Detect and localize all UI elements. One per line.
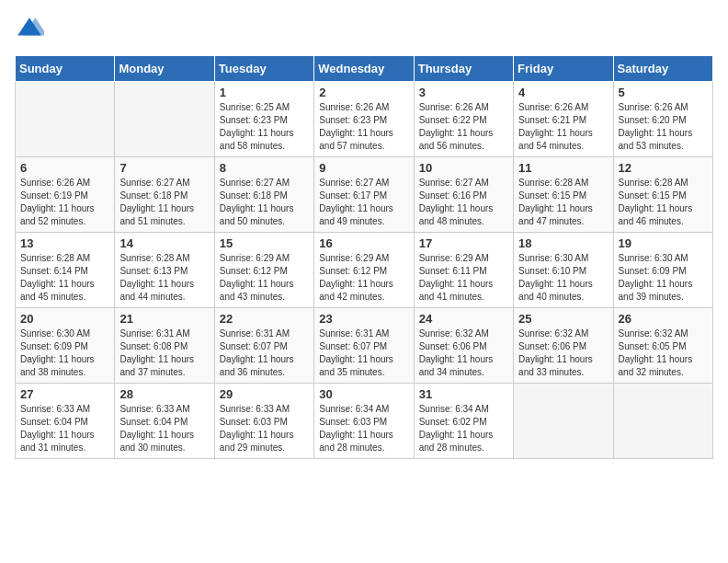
sunrise-label: Sunrise: 6:26 AM xyxy=(619,102,688,112)
daylight-label: Daylight: 11 hours and 37 minutes. xyxy=(119,354,194,377)
daylight-label: Daylight: 11 hours and 50 minutes. xyxy=(220,203,294,226)
calendar-cell: 2 Sunrise: 6:26 AM Sunset: 6:23 PM Dayli… xyxy=(314,82,414,157)
day-number: 19 xyxy=(619,236,708,250)
cell-info: Sunrise: 6:25 AM Sunset: 6:23 PM Dayligh… xyxy=(220,101,309,153)
cell-info: Sunrise: 6:28 AM Sunset: 6:14 PM Dayligh… xyxy=(20,252,109,304)
cell-info: Sunrise: 6:32 AM Sunset: 6:06 PM Dayligh… xyxy=(419,327,508,379)
sunrise-label: Sunrise: 6:29 AM xyxy=(220,253,290,263)
sunrise-label: Sunrise: 6:26 AM xyxy=(319,102,389,112)
sunset-label: Sunset: 6:03 PM xyxy=(220,417,288,427)
day-number: 29 xyxy=(220,387,309,401)
sunrise-label: Sunrise: 6:30 AM xyxy=(619,253,688,263)
day-number: 13 xyxy=(20,236,109,250)
daylight-label: Daylight: 11 hours and 40 minutes. xyxy=(518,279,593,302)
daylight-label: Daylight: 11 hours and 57 minutes. xyxy=(319,128,393,151)
sunrise-label: Sunrise: 6:32 AM xyxy=(518,328,588,339)
cell-info: Sunrise: 6:28 AM Sunset: 6:15 PM Dayligh… xyxy=(518,177,608,228)
day-number: 15 xyxy=(220,236,309,250)
sunset-label: Sunset: 6:09 PM xyxy=(20,341,88,351)
daylight-label: Daylight: 11 hours and 28 minutes. xyxy=(419,430,494,453)
cell-info: Sunrise: 6:30 AM Sunset: 6:09 PM Dayligh… xyxy=(619,252,708,304)
daylight-label: Daylight: 11 hours and 33 minutes. xyxy=(518,354,593,377)
cell-info: Sunrise: 6:28 AM Sunset: 6:15 PM Dayligh… xyxy=(619,177,708,228)
day-number: 25 xyxy=(518,312,608,326)
cell-info: Sunrise: 6:29 AM Sunset: 6:12 PM Dayligh… xyxy=(220,252,309,304)
sunset-label: Sunset: 6:14 PM xyxy=(20,266,88,276)
sunset-label: Sunset: 6:07 PM xyxy=(319,341,387,351)
cell-info: Sunrise: 6:32 AM Sunset: 6:05 PM Dayligh… xyxy=(619,327,708,379)
day-number: 24 xyxy=(419,312,508,326)
day-number: 28 xyxy=(119,387,209,401)
sunrise-label: Sunrise: 6:26 AM xyxy=(419,102,489,112)
day-header-sunday: Sunday xyxy=(16,56,115,82)
sunrise-label: Sunrise: 6:28 AM xyxy=(119,253,189,263)
cell-info: Sunrise: 6:26 AM Sunset: 6:19 PM Dayligh… xyxy=(20,177,109,228)
calendar-cell xyxy=(16,82,115,157)
sunset-label: Sunset: 6:11 PM xyxy=(419,266,487,276)
sunrise-label: Sunrise: 6:31 AM xyxy=(319,328,389,339)
cell-info: Sunrise: 6:32 AM Sunset: 6:06 PM Dayligh… xyxy=(518,327,608,379)
calendar-cell: 27 Sunrise: 6:33 AM Sunset: 6:04 PM Dayl… xyxy=(16,384,115,459)
day-header-tuesday: Tuesday xyxy=(214,56,313,82)
sunset-label: Sunset: 6:06 PM xyxy=(518,341,586,351)
sunset-label: Sunset: 6:12 PM xyxy=(220,266,288,276)
sunrise-label: Sunrise: 6:27 AM xyxy=(220,178,290,188)
sunset-label: Sunset: 6:05 PM xyxy=(619,341,687,351)
daylight-label: Daylight: 11 hours and 41 minutes. xyxy=(419,279,494,302)
calendar-cell: 18 Sunrise: 6:30 AM Sunset: 6:10 PM Dayl… xyxy=(514,233,613,308)
calendar-week-row: 20 Sunrise: 6:30 AM Sunset: 6:09 PM Dayl… xyxy=(16,308,713,384)
day-number: 8 xyxy=(220,161,309,175)
day-number: 7 xyxy=(119,161,209,175)
daylight-label: Daylight: 11 hours and 51 minutes. xyxy=(119,203,194,226)
calendar-cell: 13 Sunrise: 6:28 AM Sunset: 6:14 PM Dayl… xyxy=(16,233,115,308)
sunrise-label: Sunrise: 6:27 AM xyxy=(419,178,489,188)
day-number: 30 xyxy=(319,387,408,401)
sunrise-label: Sunrise: 6:28 AM xyxy=(619,178,688,188)
cell-info: Sunrise: 6:27 AM Sunset: 6:17 PM Dayligh… xyxy=(319,177,408,228)
daylight-label: Daylight: 11 hours and 53 minutes. xyxy=(619,128,693,151)
cell-info: Sunrise: 6:26 AM Sunset: 6:23 PM Dayligh… xyxy=(319,101,408,153)
sunrise-label: Sunrise: 6:34 AM xyxy=(419,404,489,414)
daylight-label: Daylight: 11 hours and 35 minutes. xyxy=(319,354,393,377)
calendar-cell: 3 Sunrise: 6:26 AM Sunset: 6:22 PM Dayli… xyxy=(414,82,513,157)
cell-info: Sunrise: 6:28 AM Sunset: 6:13 PM Dayligh… xyxy=(119,252,209,304)
calendar-cell: 20 Sunrise: 6:30 AM Sunset: 6:09 PM Dayl… xyxy=(16,308,115,384)
cell-info: Sunrise: 6:26 AM Sunset: 6:22 PM Dayligh… xyxy=(419,101,508,153)
calendar-cell: 21 Sunrise: 6:31 AM Sunset: 6:08 PM Dayl… xyxy=(115,308,214,384)
daylight-label: Daylight: 11 hours and 52 minutes. xyxy=(20,203,95,226)
sunrise-label: Sunrise: 6:33 AM xyxy=(119,404,189,414)
sunset-label: Sunset: 6:22 PM xyxy=(419,115,487,125)
daylight-label: Daylight: 11 hours and 28 minutes. xyxy=(319,430,393,453)
daylight-label: Daylight: 11 hours and 46 minutes. xyxy=(619,203,693,226)
cell-info: Sunrise: 6:29 AM Sunset: 6:12 PM Dayligh… xyxy=(319,252,408,304)
sunset-label: Sunset: 6:23 PM xyxy=(220,115,288,125)
sunrise-label: Sunrise: 6:25 AM xyxy=(220,102,290,112)
sunset-label: Sunset: 6:09 PM xyxy=(619,266,687,276)
day-number: 6 xyxy=(20,161,109,175)
day-header-monday: Monday xyxy=(115,56,214,82)
sunrise-label: Sunrise: 6:31 AM xyxy=(119,328,189,339)
calendar-cell: 7 Sunrise: 6:27 AM Sunset: 6:18 PM Dayli… xyxy=(115,157,214,233)
sunset-label: Sunset: 6:10 PM xyxy=(518,266,586,276)
sunrise-label: Sunrise: 6:31 AM xyxy=(220,328,290,339)
sunrise-label: Sunrise: 6:33 AM xyxy=(220,404,290,414)
calendar-cell: 19 Sunrise: 6:30 AM Sunset: 6:09 PM Dayl… xyxy=(613,233,712,308)
daylight-label: Daylight: 11 hours and 29 minutes. xyxy=(220,430,294,453)
calendar-cell: 4 Sunrise: 6:26 AM Sunset: 6:21 PM Dayli… xyxy=(514,82,613,157)
calendar-cell: 22 Sunrise: 6:31 AM Sunset: 6:07 PM Dayl… xyxy=(214,308,313,384)
calendar-cell: 17 Sunrise: 6:29 AM Sunset: 6:11 PM Dayl… xyxy=(414,233,513,308)
day-header-friday: Friday xyxy=(514,56,613,82)
daylight-label: Daylight: 11 hours and 49 minutes. xyxy=(319,203,393,226)
calendar-cell: 28 Sunrise: 6:33 AM Sunset: 6:04 PM Dayl… xyxy=(115,384,214,459)
sunrise-label: Sunrise: 6:28 AM xyxy=(518,178,588,188)
calendar-cell: 14 Sunrise: 6:28 AM Sunset: 6:13 PM Dayl… xyxy=(115,233,214,308)
calendar-cell: 29 Sunrise: 6:33 AM Sunset: 6:03 PM Dayl… xyxy=(214,384,313,459)
daylight-label: Daylight: 11 hours and 42 minutes. xyxy=(319,279,393,302)
sunset-label: Sunset: 6:04 PM xyxy=(119,417,188,427)
sunrise-label: Sunrise: 6:30 AM xyxy=(518,253,588,263)
cell-info: Sunrise: 6:27 AM Sunset: 6:18 PM Dayligh… xyxy=(119,177,209,228)
calendar-cell: 10 Sunrise: 6:27 AM Sunset: 6:16 PM Dayl… xyxy=(414,157,513,233)
cell-info: Sunrise: 6:34 AM Sunset: 6:02 PM Dayligh… xyxy=(419,403,508,454)
calendar-cell xyxy=(514,384,613,459)
daylight-label: Daylight: 11 hours and 54 minutes. xyxy=(518,128,593,151)
